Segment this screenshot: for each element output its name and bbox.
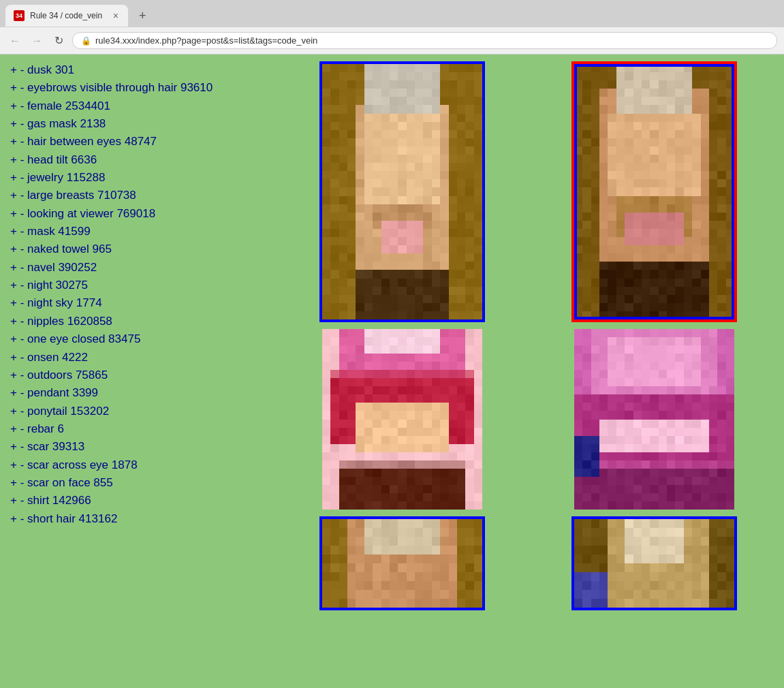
thumb-container[interactable] (532, 516, 778, 610)
list-item: + - head tilt 6636 (10, 151, 269, 169)
nav-refresh-button[interactable]: ↻ (50, 34, 67, 47)
thumb-wrapper[interactable] (571, 516, 737, 610)
list-item: + - scar 39313 (10, 438, 269, 456)
thumb-container[interactable] (532, 61, 778, 322)
tab-bar: 34 Rule 34 / code_vein × + (0, 0, 784, 27)
list-item: + - pendant 3399 (10, 384, 269, 402)
thumbnail-image[interactable] (322, 519, 482, 608)
active-tab[interactable]: 34 Rule 34 / code_vein × (5, 5, 128, 27)
list-item: + - scar across eye 1878 (10, 456, 269, 474)
list-item: + - naked towel 965 (10, 240, 269, 258)
thumb-container[interactable] (279, 516, 525, 610)
thumbnail-image[interactable] (322, 329, 482, 510)
list-item: + - night 30275 (10, 277, 269, 294)
list-item: + - hair between eyes 48747 (10, 133, 269, 151)
thumb-wrapper[interactable] (574, 329, 734, 510)
page-content: + - dusk 301 + - eyebrows visible throug… (0, 54, 784, 688)
thumbnail-image[interactable] (574, 329, 734, 510)
list-item: + - navel 390252 (10, 259, 269, 277)
list-item: + - night sky 1774 (10, 294, 269, 312)
list-item: + - outdoors 75865 (10, 366, 269, 384)
list-item: + - large breasts 710738 (10, 187, 269, 204)
thumb-container[interactable] (279, 61, 525, 322)
list-item: + - onsen 4222 (10, 349, 269, 366)
lock-icon: 🔒 (81, 36, 91, 46)
list-item: + - short hair 413162 (10, 510, 269, 528)
list-item: + - mask 41599 (10, 223, 269, 240)
new-tab-button[interactable]: + (134, 6, 152, 26)
thumb-wrapper[interactable] (319, 516, 485, 610)
thumb-container[interactable] (532, 329, 778, 510)
browser-chrome: 34 Rule 34 / code_vein × + ← → ↻ 🔒 rule3… (0, 0, 784, 54)
tab-close-button[interactable]: × (112, 10, 120, 21)
thumb-container[interactable] (279, 329, 525, 510)
list-item: + - jewelry 115288 (10, 169, 269, 187)
list-item: + - one eye closed 83475 (10, 330, 269, 348)
nav-forward-button[interactable]: → (29, 35, 45, 47)
thumb-wrapper[interactable] (319, 61, 485, 322)
nav-back-button[interactable]: ← (7, 35, 23, 47)
list-item: + - looking at viewer 769018 (10, 205, 269, 223)
list-item: + - rebar 6 (10, 420, 269, 438)
list-item: + - shirt 142966 (10, 492, 269, 510)
address-field[interactable]: 🔒 rule34.xxx/index.php?page=post&s=list&… (72, 32, 777, 49)
list-item: + - nipples 1620858 (10, 313, 269, 330)
thumbnail-image[interactable] (574, 519, 734, 608)
image-grid (279, 54, 784, 688)
list-item: + - ponytail 153202 (10, 403, 269, 420)
tag-sidebar: + - dusk 301 + - eyebrows visible throug… (0, 54, 279, 688)
list-item: + - gas mask 2138 (10, 115, 269, 133)
list-item: + - eyebrows visible through hair 93610 (10, 79, 269, 97)
tab-title: Rule 34 / code_vein (30, 11, 106, 20)
list-item: + - dusk 301 (10, 61, 269, 79)
list-item: + - scar on face 855 (10, 474, 269, 492)
thumbnail-image[interactable] (322, 64, 482, 319)
thumbnail-image[interactable] (574, 64, 734, 319)
thumb-wrapper[interactable] (571, 61, 737, 322)
list-item: + - female 2534401 (10, 97, 269, 115)
address-text: rule34.xxx/index.php?page=post&s=list&ta… (95, 35, 317, 46)
thumb-wrapper[interactable] (322, 329, 482, 510)
address-bar-row: ← → ↻ 🔒 rule34.xxx/index.php?page=post&s… (0, 27, 784, 54)
tab-favicon: 34 (14, 10, 25, 21)
